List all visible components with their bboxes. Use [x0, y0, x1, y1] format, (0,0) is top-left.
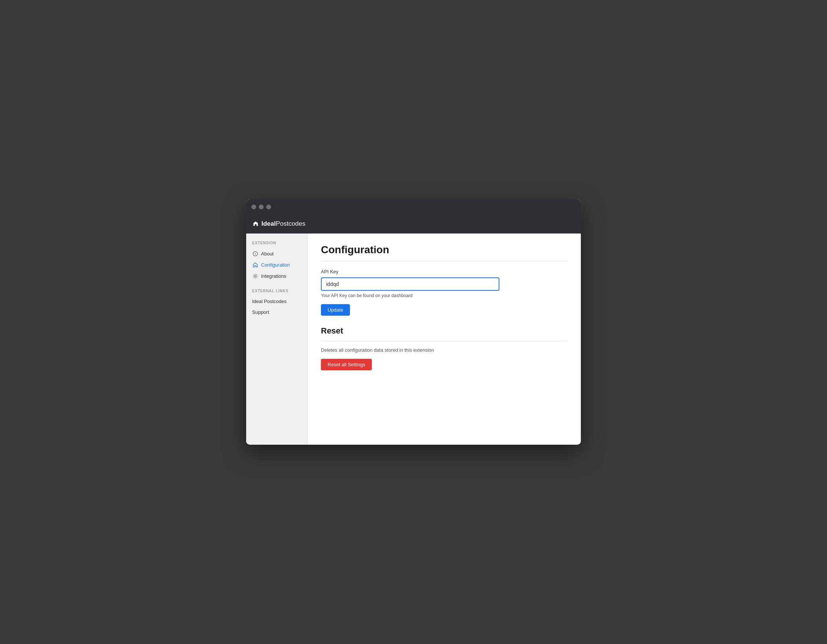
maximize-button[interactable]	[266, 204, 271, 209]
reset-section: Reset Deletes all configuration data sto…	[321, 326, 568, 370]
reset-description: Deletes all configuration data stored in…	[321, 347, 568, 353]
titlebar	[246, 199, 581, 214]
home-icon	[252, 262, 258, 268]
sidebar-item-about[interactable]: About	[246, 248, 307, 259]
logo-icon	[253, 220, 258, 228]
app-header: IdealPostcodes	[246, 214, 581, 234]
page-title: Configuration	[321, 244, 568, 256]
title-divider	[321, 261, 568, 261]
sidebar-label-ideal-postcodes: Ideal Postcodes	[252, 299, 287, 304]
logo-text: IdealPostcodes	[261, 220, 305, 228]
update-button[interactable]: Update	[321, 304, 350, 316]
reset-title: Reset	[321, 326, 568, 336]
extension-section: EXTENSION About	[246, 241, 307, 281]
logo: IdealPostcodes	[253, 220, 305, 228]
sidebar-item-integrations[interactable]: Integrations	[246, 270, 307, 281]
api-key-hint: Your API Key can be found on your dashbo…	[321, 293, 568, 298]
main-area: EXTENSION About	[246, 234, 581, 445]
sidebar-label-support: Support	[252, 309, 269, 315]
main-content: Configuration API Key Your API Key can b…	[307, 234, 581, 445]
extension-section-label: EXTENSION	[246, 241, 307, 248]
sidebar-label-integrations: Integrations	[261, 273, 286, 279]
sidebar-item-ideal-postcodes[interactable]: Ideal Postcodes	[246, 296, 307, 307]
info-icon	[252, 251, 258, 257]
api-key-input[interactable]	[321, 278, 499, 291]
reset-button[interactable]: Reset all Settings	[321, 359, 372, 370]
minimize-button[interactable]	[259, 204, 264, 209]
external-links-label: EXTERNAL LINKS	[246, 289, 307, 296]
content-wrapper: IdealPostcodes EXTENSION	[246, 214, 581, 445]
sidebar-item-support[interactable]: Support	[246, 307, 307, 318]
svg-point-3	[254, 275, 256, 277]
sidebar-item-configuration[interactable]: Configuration	[246, 259, 307, 270]
api-key-label: API Key	[321, 269, 568, 274]
sidebar: EXTENSION About	[246, 234, 307, 445]
gear-icon	[252, 273, 258, 279]
window-controls	[251, 204, 271, 209]
svg-point-2	[255, 253, 255, 253]
sidebar-label-about: About	[261, 251, 274, 257]
external-links-section: EXTERNAL LINKS Ideal Postcodes Support	[246, 289, 307, 318]
app-window: IdealPostcodes EXTENSION	[246, 199, 581, 445]
sidebar-label-configuration: Configuration	[261, 262, 290, 268]
reset-divider	[321, 341, 568, 341]
close-button[interactable]	[251, 204, 256, 209]
